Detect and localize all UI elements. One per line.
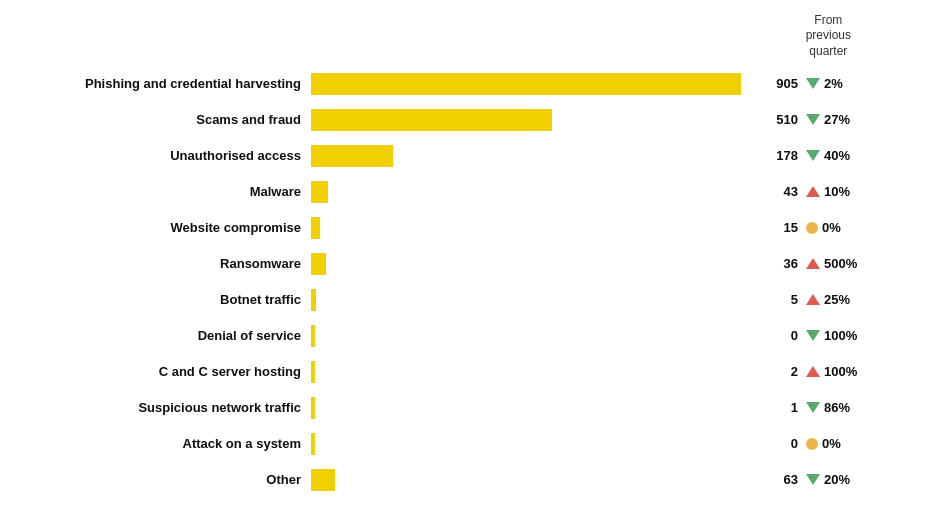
bar-area <box>311 175 751 208</box>
change-pct-label: 20% <box>824 472 850 487</box>
from-previous-quarter-label: From previous quarter <box>806 13 851 60</box>
bar-area <box>311 355 751 388</box>
row-label: Ransomware <box>31 256 311 271</box>
row-label: Botnet traffic <box>31 292 311 307</box>
bar <box>311 289 316 311</box>
table-row: Ransomware36500% <box>31 247 911 280</box>
row-label: Other <box>31 472 311 487</box>
arrow-down-icon <box>806 474 820 485</box>
row-value: 178 <box>751 148 806 163</box>
row-value: 510 <box>751 112 806 127</box>
change-area: 27% <box>806 112 916 127</box>
change-area: 100% <box>806 328 916 343</box>
bar-area <box>311 427 751 460</box>
table-row: Website compromise150% <box>31 211 911 244</box>
bar-area <box>311 103 751 136</box>
chart-container: From previous quarter Phishing and crede… <box>11 3 931 510</box>
bar-area <box>311 319 751 352</box>
bar-area <box>311 139 751 172</box>
change-area: 40% <box>806 148 916 163</box>
row-label: Unauthorised access <box>31 148 311 163</box>
bar-area <box>311 283 751 316</box>
table-row: Attack on a system00% <box>31 427 911 460</box>
arrow-up-icon <box>806 186 820 197</box>
change-pct-label: 40% <box>824 148 850 163</box>
table-row: Denial of service0100% <box>31 319 911 352</box>
row-label: Phishing and credential harvesting <box>31 76 311 91</box>
table-row: Suspicious network traffic186% <box>31 391 911 424</box>
row-label: Suspicious network traffic <box>31 400 311 415</box>
change-pct-label: 100% <box>824 328 857 343</box>
bar <box>311 361 315 383</box>
change-area: 100% <box>806 364 916 379</box>
arrow-up-icon <box>806 366 820 377</box>
table-row: Phishing and credential harvesting9052% <box>31 67 911 100</box>
row-value: 36 <box>751 256 806 271</box>
change-pct-label: 2% <box>824 76 843 91</box>
row-value: 5 <box>751 292 806 307</box>
row-label: Denial of service <box>31 328 311 343</box>
change-area: 0% <box>806 436 916 451</box>
table-row: Unauthorised access17840% <box>31 139 911 172</box>
row-value: 0 <box>751 436 806 451</box>
row-label: C and C server hosting <box>31 364 311 379</box>
row-label: Scams and fraud <box>31 112 311 127</box>
change-area: 20% <box>806 472 916 487</box>
change-area: 0% <box>806 220 916 235</box>
row-label: Malware <box>31 184 311 199</box>
row-value: 2 <box>751 364 806 379</box>
change-area: 500% <box>806 256 916 271</box>
change-pct-label: 25% <box>824 292 850 307</box>
row-label: Attack on a system <box>31 436 311 451</box>
bar-area <box>311 67 751 100</box>
bar-area <box>311 247 751 280</box>
row-value: 905 <box>751 76 806 91</box>
change-pct-label: 86% <box>824 400 850 415</box>
change-area: 86% <box>806 400 916 415</box>
bar <box>311 469 335 491</box>
neutral-circle-icon <box>806 222 818 234</box>
change-pct-label: 0% <box>822 220 841 235</box>
bar-area <box>311 211 751 244</box>
neutral-circle-icon <box>806 438 818 450</box>
change-pct-label: 10% <box>824 184 850 199</box>
table-row: Malware4310% <box>31 175 911 208</box>
arrow-down-icon <box>806 150 820 161</box>
bar <box>311 145 393 167</box>
arrow-up-icon <box>806 258 820 269</box>
row-value: 63 <box>751 472 806 487</box>
bar <box>311 433 315 455</box>
table-row: Botnet traffic525% <box>31 283 911 316</box>
bar <box>311 181 328 203</box>
bar <box>311 253 326 275</box>
arrow-down-icon <box>806 330 820 341</box>
bar <box>311 325 315 347</box>
change-pct-label: 100% <box>824 364 857 379</box>
row-value: 0 <box>751 328 806 343</box>
header-row: From previous quarter <box>31 13 911 60</box>
arrow-down-icon <box>806 78 820 89</box>
bar <box>311 397 315 419</box>
row-value: 15 <box>751 220 806 235</box>
bar-area <box>311 463 751 496</box>
change-pct-label: 500% <box>824 256 857 271</box>
table-row: C and C server hosting2100% <box>31 355 911 388</box>
row-label: Website compromise <box>31 220 311 235</box>
bar <box>311 73 741 95</box>
change-area: 2% <box>806 76 916 91</box>
row-value: 1 <box>751 400 806 415</box>
arrow-down-icon <box>806 114 820 125</box>
change-pct-label: 27% <box>824 112 850 127</box>
change-area: 10% <box>806 184 916 199</box>
arrow-up-icon <box>806 294 820 305</box>
arrow-down-icon <box>806 402 820 413</box>
table-row: Scams and fraud51027% <box>31 103 911 136</box>
bar-area <box>311 391 751 424</box>
change-area: 25% <box>806 292 916 307</box>
chart-rows: Phishing and credential harvesting9052%S… <box>31 67 911 496</box>
bar <box>311 109 552 131</box>
table-row: Other6320% <box>31 463 911 496</box>
change-pct-label: 0% <box>822 436 841 451</box>
row-value: 43 <box>751 184 806 199</box>
bar <box>311 217 320 239</box>
